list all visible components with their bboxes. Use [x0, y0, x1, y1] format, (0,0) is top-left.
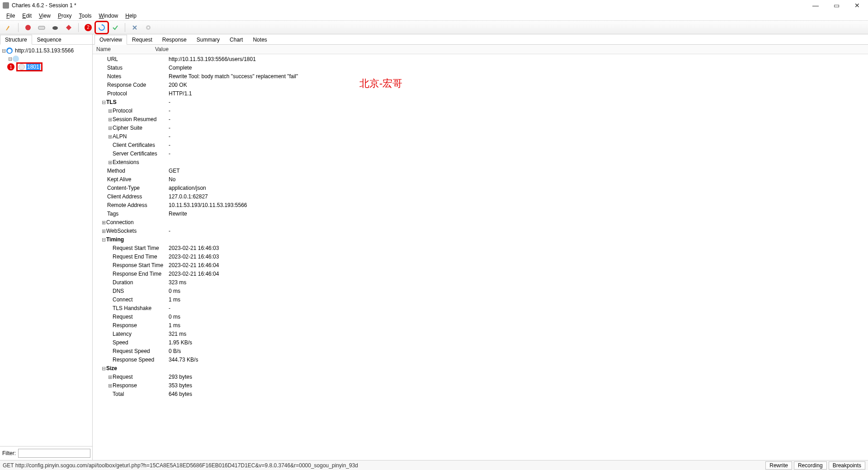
error-badge-button[interactable]: 2 [82, 22, 94, 33]
row-tls[interactable]: ⊟TLS- [96, 98, 864, 107]
row-size[interactable]: ⊟Size [96, 364, 864, 373]
badge-1-icon: 1 [7, 63, 14, 70]
row-response-end[interactable]: Response End Time2023-02-21 16:46:04 [96, 270, 864, 278]
row-response-code[interactable]: Response Code200 OK [96, 81, 864, 89]
tab-overview[interactable]: Overview [94, 35, 127, 45]
tab-chart[interactable]: Chart [225, 35, 248, 45]
overview-body[interactable]: 北京-宏哥 URLhttp://10.11.53.193:5566/users/… [93, 54, 868, 460]
collapse-icon[interactable]: ⊟ [1, 48, 6, 54]
row-status[interactable]: StatusComplete [96, 64, 864, 72]
status-recording[interactable]: Recording [794, 461, 827, 470]
minimize-button[interactable]: — [809, 2, 822, 9]
row-speed[interactable]: Speed1.95 KB/s [96, 338, 864, 347]
row-timing[interactable]: ⊟Timing [96, 235, 864, 244]
row-tags[interactable]: TagsRewrite [96, 210, 864, 218]
row-request-time[interactable]: Request0 ms [96, 313, 864, 321]
row-request-start[interactable]: Request Start Time2023-02-21 16:46:03 [96, 244, 864, 253]
svg-rect-1 [38, 26, 45, 29]
menu-window[interactable]: Window [95, 12, 122, 20]
row-tls-server-cert[interactable]: Server Certificates- [96, 150, 864, 158]
row-client-address[interactable]: Client Address127.0.0.1:62827 [96, 193, 864, 201]
tree-folder-row[interactable]: ⊟ [1, 55, 91, 63]
row-response-speed[interactable]: Response Speed344.73 KB/s [96, 356, 864, 364]
tree-host-row[interactable]: ⊟ ⬤ http://10.11.53.193:5566 [1, 47, 91, 55]
expand-icon[interactable]: ⊞ [107, 115, 113, 124]
row-connect[interactable]: Connect1 ms [96, 296, 864, 304]
settings-button[interactable] [142, 22, 154, 33]
expand-icon[interactable]: ⊞ [107, 107, 113, 115]
status-text: GET http://config.pinyin.sogou.com/api/t… [3, 462, 764, 469]
collapse-icon[interactable]: ⊟ [7, 56, 13, 62]
row-method[interactable]: MethodGET [96, 167, 864, 175]
row-tls-extensions[interactable]: ⊞Extensions [96, 158, 864, 167]
expand-icon[interactable]: ⊞ [101, 227, 106, 235]
row-kept-alive[interactable]: Kept AliveNo [96, 175, 864, 184]
tab-structure[interactable]: Structure [0, 35, 32, 45]
row-size-total[interactable]: Total646 bytes [96, 390, 864, 399]
maximize-button[interactable]: ▭ [830, 2, 843, 9]
collapse-icon[interactable]: ⊟ [101, 364, 106, 373]
expand-icon[interactable]: ⊞ [107, 124, 113, 132]
row-remote-address[interactable]: Remote Address10.11.53.193/10.11.53.193:… [96, 201, 864, 210]
annotation-highlight-box: 1801 [16, 62, 42, 71]
tab-request[interactable]: Request [127, 35, 157, 45]
content-tabs: Overview Request Response Summary Chart … [93, 34, 868, 45]
row-websockets[interactable]: ⊞WebSockets- [96, 227, 864, 235]
row-request-end[interactable]: Request End Time2023-02-21 16:46:03 [96, 253, 864, 261]
menu-proxy[interactable]: Proxy [54, 12, 75, 20]
breakpoints-button[interactable] [63, 22, 75, 33]
tab-response[interactable]: Response [157, 35, 192, 45]
tab-notes[interactable]: Notes [248, 35, 272, 45]
tab-summary[interactable]: Summary [192, 35, 225, 45]
menu-tools[interactable]: Tools [75, 12, 95, 20]
expand-icon[interactable]: ⊞ [107, 381, 113, 390]
tab-sequence[interactable]: Sequence [32, 35, 66, 45]
row-latency[interactable]: Latency321 ms [96, 330, 864, 338]
row-tls-client-cert[interactable]: Client Certificates- [96, 141, 864, 150]
filter-label: Filter: [2, 450, 16, 456]
row-request-speed[interactable]: Request Speed0 B/s [96, 347, 864, 356]
filter-bar: Filter: [0, 446, 92, 460]
record-button[interactable] [22, 22, 34, 33]
expand-icon[interactable]: ⊞ [107, 158, 113, 167]
row-response-start[interactable]: Response Start Time2023-02-21 16:46:04 [96, 261, 864, 270]
turtle-button[interactable] [49, 22, 61, 33]
svg-point-2 [52, 26, 58, 30]
validate-button[interactable] [109, 22, 121, 33]
collapse-icon[interactable]: ⊟ [101, 98, 106, 107]
close-button[interactable]: ✕ [851, 2, 863, 9]
row-content-type[interactable]: Content-Typeapplication/json [96, 184, 864, 193]
menu-help[interactable]: Help [122, 12, 140, 20]
refresh-button[interactable] [96, 22, 108, 33]
filter-input[interactable] [18, 449, 90, 458]
row-size-request[interactable]: ⊞Request293 bytes [96, 373, 864, 381]
row-duration[interactable]: Duration323 ms [96, 278, 864, 287]
row-tls-protocol[interactable]: ⊞Protocol- [96, 107, 864, 115]
status-rewrite[interactable]: Rewrite [765, 461, 792, 470]
row-size-response[interactable]: ⊞Response353 bytes [96, 381, 864, 390]
row-response-time[interactable]: Response1 ms [96, 321, 864, 330]
menu-view[interactable]: View [35, 12, 54, 20]
structure-tree[interactable]: ⊟ ⬤ http://10.11.53.193:5566 ⊟ 1 1801 [0, 45, 92, 446]
status-breakpoints[interactable]: Breakpoints [829, 461, 865, 470]
collapse-icon[interactable]: ⊟ [101, 235, 106, 244]
row-protocol[interactable]: ProtocolHTTP/1.1 [96, 89, 864, 98]
row-dns[interactable]: DNS0 ms [96, 287, 864, 296]
tools-button[interactable] [129, 22, 141, 33]
menu-edit[interactable]: Edit [19, 12, 35, 20]
menu-file[interactable]: File [3, 12, 19, 20]
broom-clear-button[interactable] [3, 22, 14, 33]
row-tls-handshake[interactable]: TLS Handshake- [96, 304, 864, 313]
row-tls-alpn[interactable]: ⊞ALPN- [96, 132, 864, 141]
row-connection[interactable]: ⊞Connection [96, 218, 864, 227]
throttle-button[interactable] [36, 22, 47, 33]
row-url[interactable]: URLhttp://10.11.53.193:5566/users/1801 [96, 55, 864, 64]
row-tls-cipher[interactable]: ⊞Cipher Suite- [96, 124, 864, 132]
tree-leaf-row[interactable]: 1 1801 [1, 63, 91, 71]
row-tls-session[interactable]: ⊞Session Resumed- [96, 115, 864, 124]
expand-icon[interactable]: ⊞ [107, 132, 113, 141]
row-notes[interactable]: NotesRewrite Tool: body match "success" … [96, 72, 864, 81]
main-area: Structure Sequence ⊟ ⬤ http://10.11.53.1… [0, 34, 868, 460]
expand-icon[interactable]: ⊞ [107, 373, 113, 381]
expand-icon[interactable]: ⊞ [101, 218, 106, 227]
